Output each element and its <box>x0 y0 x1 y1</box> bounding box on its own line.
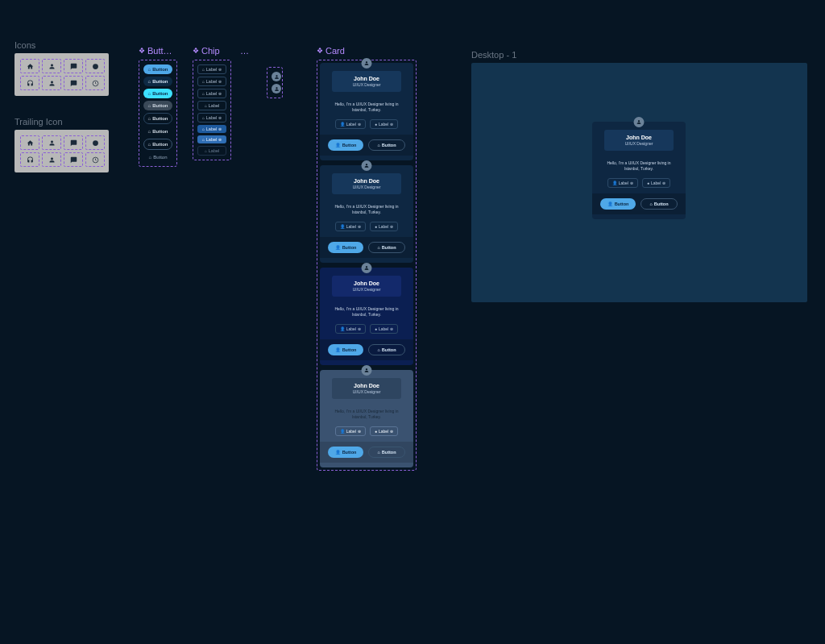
card-secondary-button[interactable]: ⌂Button <box>368 139 405 151</box>
desktop-card[interactable]: John Doe UI/UX Designer Hello, I'm a UI/… <box>592 122 686 219</box>
card-footer: 👤Button ⌂Button <box>320 135 413 156</box>
chip-outline-3[interactable]: ⌂Label⊗ <box>197 89 226 98</box>
card-primary-button[interactable]: 👤Button <box>328 344 363 355</box>
card-secondary-button[interactable]: ⌂Button <box>368 447 405 458</box>
card-chip-2[interactable]: ●Label⊗ <box>370 324 398 334</box>
card-secondary-button[interactable]: ⌂Button <box>368 344 405 355</box>
chip-outline[interactable]: ⌂Label⊗ <box>197 64 226 74</box>
card-variant-4[interactable]: John Doe UI/UX Designer Hello, I'm a UI/… <box>320 370 413 467</box>
avatar-icon <box>362 365 372 376</box>
card-secondary-button[interactable]: ⌂Button <box>368 242 405 253</box>
icons-title: Icons <box>15 40 109 50</box>
home-icon: ⌂ <box>377 347 379 352</box>
card-variant-2[interactable]: John Doe UI/UX Designer Hello, I'm a UI/… <box>320 165 413 263</box>
button-ghost-2[interactable]: ⌂Button <box>143 152 172 162</box>
home-icon: ⌂ <box>377 143 379 147</box>
card-primary-button[interactable]: 👤Button <box>600 198 636 210</box>
close-icon: ⊗ <box>662 181 665 185</box>
chat-icon: ● <box>647 181 649 185</box>
home-icon[interactable] <box>20 135 39 150</box>
card-header: John Doe UI/UX Designer <box>332 71 401 92</box>
clock-icon[interactable] <box>85 76 105 90</box>
chat-icon[interactable] <box>64 135 83 150</box>
card-chip-2[interactable]: ●Label⊗ <box>370 119 398 129</box>
card-variant-1[interactable]: John Doe UI/UX Designer Hello, I'm a UI/… <box>320 63 413 160</box>
desktop-frame: Desktop - 1 John Doe UI/UX Designer Hell… <box>471 50 807 302</box>
button-cyan[interactable]: ⌂Button <box>143 89 172 98</box>
trailing-title: Trailing Icon <box>15 117 109 127</box>
close-icon: ⊗ <box>390 224 393 229</box>
info-icon[interactable] <box>85 135 105 150</box>
chip-outline-noicon[interactable]: ⌂Label <box>197 101 226 110</box>
card-variant-3[interactable]: John Doe UI/UX Designer Hello, I'm a UI/… <box>320 268 413 365</box>
home-icon: ⌂ <box>148 67 151 72</box>
button-outline[interactable]: ⌂Button <box>143 113 172 124</box>
avatar-icon-2[interactable] <box>272 84 281 93</box>
home-icon: ⌂ <box>148 79 151 84</box>
chat-icon-2[interactable] <box>64 152 83 167</box>
card-chip-row: 👤Label⊗ ●Label⊗ <box>320 322 413 339</box>
person-icon[interactable] <box>42 135 61 150</box>
button-ghost[interactable]: ⌂Button <box>143 127 172 136</box>
person-icon-2[interactable] <box>42 152 61 167</box>
misc-section: … <box>240 46 283 98</box>
card-chip-row: 👤Label⊗ ●Label⊗ <box>320 424 413 442</box>
clock-icon[interactable] <box>85 152 105 167</box>
card-chip-1[interactable]: 👤Label⊗ <box>335 324 366 334</box>
button-outline-2[interactable]: ⌂Button <box>143 139 172 150</box>
home-icon: ⌂ <box>649 202 652 206</box>
card-name: John Doe <box>335 383 398 388</box>
headset-icon[interactable] <box>20 76 39 90</box>
chat-icon[interactable] <box>64 59 83 73</box>
chip-section: ❖Chip ⌂Label⊗ ⌂Label⊗ ⌂Label⊗ ⌂Label ⌂La… <box>193 46 231 160</box>
desktop-canvas[interactable]: John Doe UI/UX Designer Hello, I'm a UI/… <box>471 63 807 302</box>
close-icon: ⊗ <box>358 326 361 331</box>
chat-icon-2[interactable] <box>64 76 83 90</box>
card-secondary-button[interactable]: ⌂Button <box>641 198 678 210</box>
card-chip-2[interactable]: ●Label⊗ <box>370 222 398 231</box>
component-icon: ❖ <box>317 47 323 55</box>
headset-icon[interactable] <box>20 152 39 167</box>
info-icon[interactable] <box>85 59 105 73</box>
home-icon: ⌂ <box>377 245 379 250</box>
avatar-variants-frame <box>267 67 283 98</box>
icons-grid <box>15 53 109 96</box>
chip-outline-4[interactable]: ⌂Label⊗ <box>197 113 226 123</box>
card-primary-button[interactable]: 👤Button <box>328 139 363 151</box>
person-icon[interactable] <box>42 59 61 73</box>
chip-light[interactable]: ⌂Label⊗ <box>197 135 226 143</box>
chip-outline-2[interactable]: ⌂Label⊗ <box>197 77 226 86</box>
person-icon: 👤 <box>335 245 341 250</box>
card-chip-1[interactable]: 👤Label⊗ <box>335 426 366 436</box>
home-icon: ⌂ <box>148 116 151 121</box>
svg-point-2 <box>93 140 98 146</box>
home-icon: ⌂ <box>148 129 151 134</box>
person-icon-2[interactable] <box>42 76 61 90</box>
chip-dim[interactable]: ⌂Label <box>197 146 226 156</box>
close-icon: ⊗ <box>358 224 361 229</box>
card-chip-2[interactable]: ●Label⊗ <box>642 178 670 188</box>
home-icon[interactable] <box>20 59 39 73</box>
avatar-icon <box>362 58 372 69</box>
card-header: John Doe UI/UX Designer <box>604 130 674 151</box>
card-chip-2[interactable]: ●Label⊗ <box>370 426 398 436</box>
avatar-icon <box>362 263 372 273</box>
chat-icon: ● <box>375 122 377 127</box>
card-chip-1[interactable]: 👤Label⊗ <box>335 119 366 129</box>
card-primary-button[interactable]: 👤Button <box>328 447 363 458</box>
button-dark[interactable]: ⌂Button <box>143 77 172 86</box>
card-chip-1[interactable]: 👤Label⊗ <box>607 178 638 188</box>
card-chip-1[interactable]: 👤Label⊗ <box>335 222 366 231</box>
avatar-icon[interactable] <box>272 72 281 81</box>
close-icon: ⊗ <box>218 137 222 142</box>
close-icon: ⊗ <box>390 429 393 434</box>
chip-blue[interactable]: ⌂Label⊗ <box>197 125 226 133</box>
button-primary[interactable]: ⌂Button <box>143 64 172 74</box>
component-icon: ❖ <box>139 47 145 55</box>
person-icon: 👤 <box>335 347 341 352</box>
button-gray[interactable]: ⌂Button <box>143 101 172 110</box>
card-primary-button[interactable]: 👤Button <box>328 242 363 253</box>
person-icon: 👤 <box>335 450 341 455</box>
card-role: UI/UX Designer <box>335 389 398 394</box>
card-role: UI/UX Designer <box>335 82 398 87</box>
